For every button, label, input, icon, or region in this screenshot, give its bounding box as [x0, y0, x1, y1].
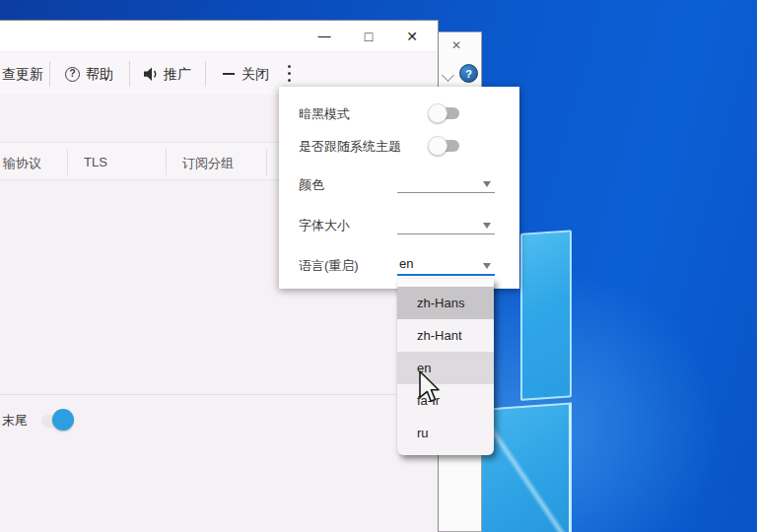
column-header-subscription[interactable]: 订阅分组	[182, 155, 234, 172]
toggle-knob	[428, 103, 447, 123]
toggle-knob	[428, 136, 447, 156]
content-divider	[0, 394, 438, 395]
help-icon[interactable]: ?	[459, 64, 478, 83]
chevron-down-icon[interactable]	[483, 223, 491, 229]
toolbar-separator	[129, 61, 130, 87]
dropdown-item-zh-hans[interactable]: zh-Hans	[397, 287, 494, 319]
language-label: 语言(重启)	[299, 257, 359, 275]
kebab-menu-icon[interactable]	[288, 65, 292, 83]
column-separator	[67, 149, 68, 175]
maximize-button[interactable]: □	[360, 28, 378, 45]
dropdown-top-strip	[397, 279, 494, 287]
settings-popup: 暗黑模式 是否跟随系统主题 颜色 字体大小 语言(重启) en	[279, 87, 519, 289]
color-combobox[interactable]	[397, 192, 495, 193]
toggle-knob	[52, 409, 74, 431]
dropdown-item-en[interactable]: en	[397, 352, 494, 384]
dark-mode-toggle[interactable]	[428, 103, 459, 123]
language-dropdown-list: zh-Hans zh-Hant en fa-Ir ru	[397, 279, 494, 455]
dropdown-item-fa-ir[interactable]: fa-Ir	[397, 384, 494, 417]
font-size-combobox[interactable]	[397, 233, 495, 234]
footer-toggle[interactable]	[41, 407, 75, 432]
speaker-icon	[144, 67, 160, 82]
follow-system-theme-toggle[interactable]	[428, 136, 459, 156]
language-combobox[interactable]	[397, 274, 495, 276]
dark-mode-label: 暗黑模式	[299, 105, 350, 123]
column-header-tls[interactable]: TLS	[84, 155, 107, 169]
chevron-down-icon[interactable]	[483, 181, 491, 187]
chevron-down-icon[interactable]	[483, 263, 491, 269]
toolbar-separator	[205, 61, 206, 87]
font-size-label: 字体大小	[299, 217, 350, 234]
titlebar[interactable]: — □ ✕	[0, 21, 438, 51]
windows-logo-pane-top	[520, 230, 572, 401]
dropdown-item-zh-hant[interactable]: zh-Hant	[397, 319, 494, 352]
follow-system-theme-label: 是否跟随系统主题	[299, 138, 401, 156]
toolbar-separator	[49, 61, 50, 87]
help-circle-icon: ?	[65, 67, 80, 82]
help-button[interactable]: 帮助	[86, 66, 113, 84]
close-icon[interactable]: ✕	[448, 37, 464, 53]
chevron-down-icon[interactable]	[442, 69, 454, 82]
minimize-button[interactable]: —	[315, 28, 333, 45]
color-label: 颜色	[299, 176, 324, 194]
footer-toggle-label: 末尾	[2, 412, 28, 430]
close-app-button[interactable]: 关闭	[241, 66, 269, 84]
check-update-button[interactable]: 查更新	[2, 66, 43, 84]
dropdown-item-ru[interactable]: ru	[397, 417, 494, 449]
minus-icon	[223, 73, 235, 75]
windows-logo-pane-bottom	[481, 403, 572, 532]
column-header-protocol[interactable]: 输协议	[3, 155, 41, 172]
close-button[interactable]: ✕	[403, 28, 421, 45]
mouse-cursor	[419, 370, 445, 404]
promote-button[interactable]: 推广	[164, 66, 191, 84]
screen: ✕ ? — □ ✕ 查更新 ? 帮助 推广 关闭 输协议	[0, 0, 757, 532]
column-separator	[166, 149, 167, 175]
column-separator	[266, 149, 267, 175]
language-combobox-value: en	[399, 256, 413, 271]
